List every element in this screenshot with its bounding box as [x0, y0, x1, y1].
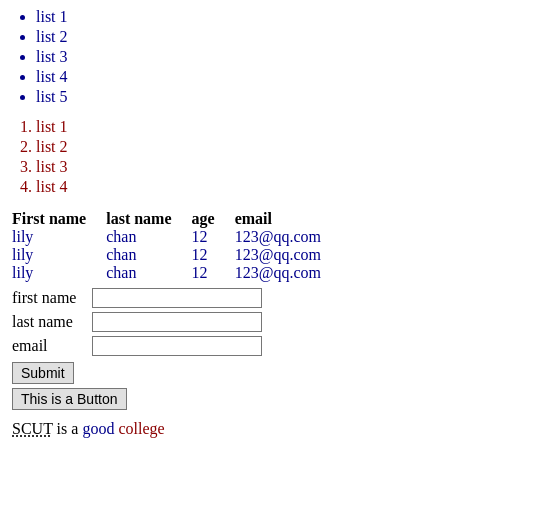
table-row: lily chan 12 123@qq.com — [12, 228, 341, 246]
label-lastname: last name — [12, 313, 92, 331]
input-lastname[interactable] — [92, 312, 262, 332]
cell-firstname: lily — [12, 228, 106, 246]
form: first name last name email — [12, 288, 534, 356]
cell-firstname: lily — [12, 264, 106, 282]
list-item: list 3 — [36, 158, 534, 176]
col-email: email — [235, 210, 341, 228]
list-item: list 1 — [36, 118, 534, 136]
cell-lastname: chan — [106, 228, 191, 246]
footer-good: good — [82, 420, 114, 437]
table-row: lily chan 12 123@qq.com — [12, 264, 341, 282]
footer-rest: is a good college — [53, 420, 165, 437]
abbr-scut: SCUT — [12, 420, 53, 437]
submit-button[interactable]: Submit — [12, 362, 74, 384]
cell-firstname: lily — [12, 246, 106, 264]
cell-email: 123@qq.com — [235, 264, 341, 282]
form-row-email: email — [12, 336, 534, 356]
col-firstname: First name — [12, 210, 106, 228]
list-item: list 5 — [36, 88, 534, 106]
cell-email: 123@qq.com — [235, 228, 341, 246]
footer-college: college — [118, 420, 164, 437]
list-item: list 4 — [36, 68, 534, 86]
form-row-lastname: last name — [12, 312, 534, 332]
label-email: email — [12, 337, 92, 355]
this-is-a-button[interactable]: This is a Button — [12, 388, 127, 410]
list-item: list 2 — [36, 138, 534, 156]
col-age: age — [192, 210, 235, 228]
ordered-list: list 1 list 2 list 3 list 4 — [12, 118, 534, 196]
button-wrapper: This is a Button — [12, 388, 534, 420]
cell-age: 12 — [192, 228, 235, 246]
cell-lastname: chan — [106, 246, 191, 264]
unordered-list: list 1 list 2 list 3 list 4 list 5 — [12, 8, 534, 106]
cell-age: 12 — [192, 264, 235, 282]
footer-text: SCUT is a good college — [12, 420, 534, 438]
input-email[interactable] — [92, 336, 262, 356]
cell-lastname: chan — [106, 264, 191, 282]
cell-age: 12 — [192, 246, 235, 264]
submit-button-wrapper: Submit — [12, 362, 534, 388]
table-row: lily chan 12 123@qq.com — [12, 246, 341, 264]
list-item: list 4 — [36, 178, 534, 196]
col-lastname: last name — [106, 210, 191, 228]
data-table: First name last name age email lily chan… — [12, 210, 341, 282]
list-item: list 3 — [36, 48, 534, 66]
label-firstname: first name — [12, 289, 92, 307]
cell-email: 123@qq.com — [235, 246, 341, 264]
list-item: list 1 — [36, 8, 534, 26]
form-row-firstname: first name — [12, 288, 534, 308]
input-firstname[interactable] — [92, 288, 262, 308]
list-item: list 2 — [36, 28, 534, 46]
